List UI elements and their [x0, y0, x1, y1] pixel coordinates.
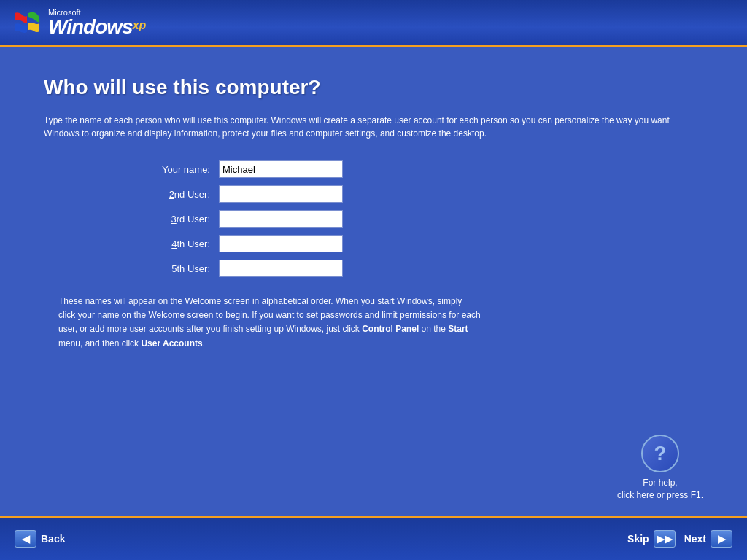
- help-area[interactable]: ? For help, click here or press F1.: [617, 435, 703, 502]
- label-3rd-user: 3rd User:: [58, 214, 219, 225]
- form-row-1: Your name:: [58, 160, 703, 178]
- label-your-name: Your name:: [58, 164, 219, 175]
- bottom-bar: ◀ Back Skip ▶▶ Next ▶: [0, 516, 747, 560]
- page-title: Who will use this computer?: [44, 76, 703, 99]
- form-row-4: 4th User:: [58, 235, 703, 252]
- input-your-name[interactable]: [219, 160, 343, 178]
- next-label: Next: [684, 533, 706, 545]
- skip-arrow-icon: ▶▶: [654, 530, 676, 548]
- back-arrow-icon: ◀: [15, 530, 36, 548]
- footer-note: These names will appear on the Welcome s…: [58, 295, 481, 351]
- windows-xp-label: Windowsxp: [48, 17, 146, 37]
- input-2nd-user[interactable]: [219, 185, 343, 203]
- help-icon[interactable]: ?: [641, 435, 679, 472]
- footer-text-3: menu, and then click: [58, 338, 141, 349]
- form-area: Your name: 2nd User: 3rd User: 4th User:…: [58, 160, 703, 277]
- form-row-5: 5th User:: [58, 260, 703, 277]
- skip-button[interactable]: Skip ▶▶: [627, 530, 676, 548]
- logo-area: Microsoft Windowsxp: [12, 7, 146, 38]
- footer-text-2: on the: [419, 324, 448, 334]
- main-content: Who will use this computer? Type the nam…: [0, 47, 747, 365]
- back-label: Back: [41, 533, 65, 545]
- footer-text-4: .: [203, 338, 205, 349]
- input-3rd-user[interactable]: [219, 210, 343, 228]
- label-4th-user: 4th User:: [58, 238, 219, 249]
- help-text: For help, click here or press F1.: [617, 477, 703, 502]
- form-row-2: 2nd User:: [58, 185, 703, 203]
- header: Microsoft Windowsxp: [0, 0, 747, 47]
- footer-bold-start: Start: [448, 324, 468, 334]
- input-5th-user[interactable]: [219, 260, 343, 277]
- label-2nd-user: 2nd User:: [58, 189, 219, 200]
- label-5th-user: 5th User:: [58, 263, 219, 274]
- footer-bold-control-panel: Control Panel: [362, 324, 419, 334]
- windows-label: Windows: [48, 15, 133, 38]
- footer-bold-user-accounts: User Accounts: [141, 338, 202, 349]
- form-row-3: 3rd User:: [58, 210, 703, 228]
- xp-label: xp: [133, 18, 147, 31]
- windows-flag-icon: [12, 7, 42, 38]
- skip-label: Skip: [627, 533, 649, 545]
- next-button[interactable]: Next ▶: [684, 530, 732, 548]
- nav-right: Skip ▶▶ Next ▶: [627, 530, 732, 548]
- next-arrow-icon: ▶: [711, 530, 732, 548]
- back-button[interactable]: ◀ Back: [15, 530, 65, 548]
- logo-text: Microsoft Windowsxp: [48, 9, 146, 37]
- description: Type the name of each person who will us…: [44, 114, 686, 140]
- input-4th-user[interactable]: [219, 235, 343, 252]
